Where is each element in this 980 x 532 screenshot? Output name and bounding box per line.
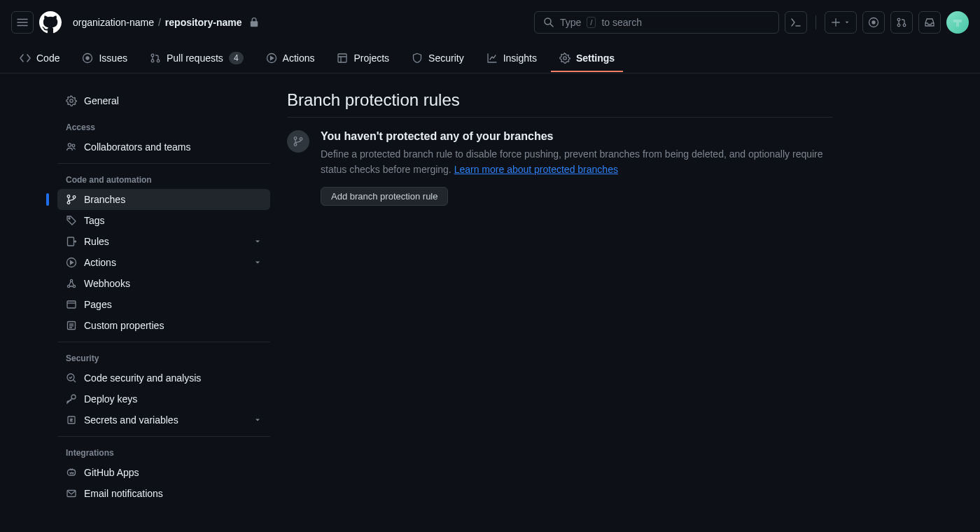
svg-point-13 [564, 57, 566, 59]
sidebar-heading-access: Access [57, 111, 270, 136]
add-branch-protection-rule-button[interactable]: Add branch protection rule [321, 187, 448, 206]
settings-sidebar: General Access Collaborators and teams C… [57, 90, 270, 504]
search-icon [543, 17, 554, 28]
blankslate-title: You haven't protected any of your branch… [321, 130, 833, 143]
sidebar-heading-code: Code and automation [57, 164, 270, 189]
sidebar-item-label: Webhooks [84, 278, 130, 289]
git-branch-icon [66, 194, 77, 205]
tab-pull-requests[interactable]: Pull requests 4 [141, 45, 252, 73]
org-link[interactable]: organization-name [73, 17, 154, 28]
sidebar-item-label: Rules [84, 236, 109, 247]
sidebar-item-webhooks[interactable]: Webhooks [57, 273, 270, 294]
sidebar-item-email-notifications[interactable]: Email notifications [57, 483, 270, 504]
issue-opened-icon [868, 17, 879, 28]
key-asterisk-icon [66, 414, 77, 426]
svg-point-23 [70, 279, 72, 281]
git-pull-request-icon [896, 17, 907, 28]
sidebar-item-label: Collaborators and teams [84, 141, 191, 153]
shield-icon [412, 52, 423, 64]
pulls-count: 4 [229, 52, 244, 64]
sidebar-item-rules[interactable]: Rules [57, 231, 270, 252]
main-content: Branch protection rules You haven't prot… [287, 90, 833, 504]
code-icon [20, 52, 31, 64]
sidebar-item-pages[interactable]: Pages [57, 294, 270, 315]
sidebar-item-branches[interactable]: Branches [57, 189, 270, 210]
webhook-icon [66, 278, 77, 289]
svg-point-29 [71, 395, 76, 399]
mark-github-icon [39, 11, 62, 34]
three-bars-icon [17, 17, 28, 28]
issues-button[interactable] [862, 11, 885, 34]
create-new-button[interactable] [825, 11, 857, 34]
tab-settings[interactable]: Settings [551, 46, 623, 72]
learn-more-link[interactable]: Learn more about protected branches [454, 164, 618, 175]
svg-point-25 [73, 285, 75, 287]
hubot-icon [66, 467, 77, 478]
notifications-button[interactable] [918, 11, 941, 34]
page-title: Branch protection rules [287, 90, 833, 118]
svg-point-3 [897, 18, 900, 21]
hamburger-menu[interactable] [11, 11, 34, 34]
sidebar-item-secrets[interactable]: Secrets and variables [57, 410, 270, 430]
tab-actions[interactable]: Actions [258, 46, 323, 72]
gear-icon [559, 52, 570, 64]
gear-icon [66, 95, 77, 106]
repo-nav: Code Issues Pull requests 4 Actions Proj… [0, 45, 980, 74]
svg-point-10 [157, 59, 160, 62]
svg-rect-26 [67, 301, 76, 308]
svg-point-34 [294, 144, 297, 146]
issue-opened-icon [82, 52, 93, 64]
sidebar-item-label: Deploy keys [84, 393, 137, 405]
sidebar-item-deploy-keys[interactable]: Deploy keys [57, 388, 270, 410]
tab-projects-label: Projects [354, 52, 389, 64]
chevron-down-icon [253, 237, 262, 246]
codescan-icon [66, 372, 77, 384]
sidebar-item-actions[interactable]: Actions [57, 252, 270, 273]
github-logo[interactable] [39, 11, 62, 34]
pull-requests-button[interactable] [890, 11, 913, 34]
plus-icon [831, 18, 841, 27]
key-icon [66, 393, 77, 405]
command-palette-button[interactable] [785, 11, 807, 34]
sidebar-item-general[interactable]: General [57, 90, 270, 111]
chevron-down-icon [253, 258, 262, 267]
svg-point-7 [86, 57, 89, 59]
tab-projects[interactable]: Projects [328, 46, 398, 72]
sidebar-heading-security: Security [57, 342, 270, 368]
svg-rect-21 [68, 237, 74, 246]
sidebar-item-label: Actions [84, 257, 116, 268]
blankslate: You haven't protected any of your branch… [287, 130, 833, 206]
svg-point-19 [73, 196, 76, 199]
tab-insights[interactable]: Insights [478, 46, 545, 72]
tab-security[interactable]: Security [403, 46, 472, 72]
tab-security-label: Security [428, 52, 464, 64]
sidebar-item-label: Branches [84, 194, 125, 205]
svg-point-35 [300, 138, 302, 141]
user-avatar[interactable] [946, 11, 969, 34]
tab-issues[interactable]: Issues [74, 46, 135, 72]
search-placeholder-pre: Type [560, 17, 581, 28]
repo-link[interactable]: repository-name [165, 17, 242, 28]
sidebar-item-github-apps[interactable]: GitHub Apps [57, 462, 270, 483]
sidebar-item-code-security[interactable]: Code security and analysis [57, 368, 270, 388]
svg-point-24 [67, 285, 69, 287]
sidebar-item-tags[interactable]: Tags [57, 210, 270, 231]
browser-icon [66, 299, 77, 310]
search-input[interactable]: Type / to search [534, 11, 779, 34]
tab-issues-label: Issues [99, 52, 127, 64]
search-placeholder-post: to search [601, 17, 642, 28]
breadcrumb: organization-name / repository-name [73, 17, 259, 28]
svg-point-2 [872, 21, 875, 24]
svg-point-4 [897, 24, 900, 27]
tag-icon [66, 215, 77, 226]
tab-code[interactable]: Code [11, 46, 68, 72]
sidebar-item-custom-properties[interactable]: Custom properties [57, 315, 270, 336]
svg-rect-12 [338, 54, 346, 62]
sidebar-item-collaborators[interactable]: Collaborators and teams [57, 136, 270, 158]
sidebar-item-label: Secrets and variables [84, 414, 178, 426]
inbox-icon [924, 17, 935, 28]
svg-point-16 [72, 144, 75, 147]
blankslate-description: Define a protected branch rule to disabl… [321, 147, 833, 177]
svg-point-15 [68, 144, 71, 146]
tab-settings-label: Settings [576, 52, 615, 64]
